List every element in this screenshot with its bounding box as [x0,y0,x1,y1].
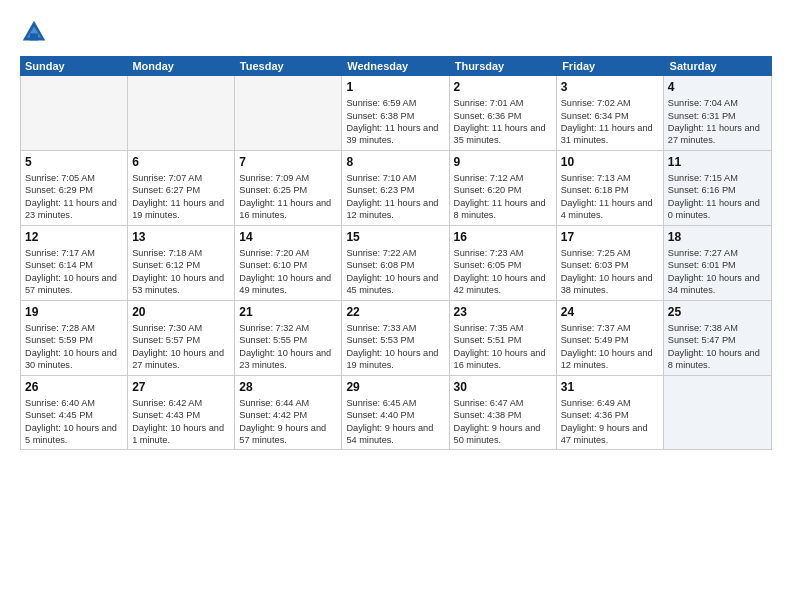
weekday-header-thursday: Thursday [450,56,557,76]
weekday-header-friday: Friday [557,56,664,76]
day-number: 24 [561,304,659,320]
cell-sunrise: Sunrise: 6:42 AM [132,398,202,408]
calendar-cell: 20Sunrise: 7:30 AMSunset: 5:57 PMDayligh… [128,301,235,375]
calendar-cell: 9Sunrise: 7:12 AMSunset: 6:20 PMDaylight… [450,151,557,225]
calendar-cell: 17Sunrise: 7:25 AMSunset: 6:03 PMDayligh… [557,226,664,300]
day-number: 29 [346,379,444,395]
cell-daylight: Daylight: 10 hours and 23 minutes. [239,348,331,370]
cell-daylight: Daylight: 11 hours and 12 minutes. [346,198,438,220]
calendar-cell: 25Sunrise: 7:38 AMSunset: 5:47 PMDayligh… [664,301,771,375]
calendar-cell: 4Sunrise: 7:04 AMSunset: 6:31 PMDaylight… [664,76,771,150]
cell-daylight: Daylight: 10 hours and 49 minutes. [239,273,331,295]
cell-sunrise: Sunrise: 6:47 AM [454,398,524,408]
day-number: 12 [25,229,123,245]
weekday-header-monday: Monday [127,56,234,76]
day-number: 26 [25,379,123,395]
cell-sunrise: Sunrise: 7:25 AM [561,248,631,258]
day-number: 28 [239,379,337,395]
calendar-cell: 26Sunrise: 6:40 AMSunset: 4:45 PMDayligh… [21,376,128,450]
cell-sunset: Sunset: 6:36 PM [454,111,522,121]
day-number: 14 [239,229,337,245]
day-number: 27 [132,379,230,395]
cell-sunrise: Sunrise: 7:35 AM [454,323,524,333]
cell-sunset: Sunset: 5:59 PM [25,335,93,345]
cell-daylight: Daylight: 11 hours and 35 minutes. [454,123,546,145]
weekday-header-sunday: Sunday [20,56,127,76]
cell-daylight: Daylight: 11 hours and 0 minutes. [668,198,760,220]
cell-sunset: Sunset: 6:01 PM [668,260,736,270]
calendar-cell: 11Sunrise: 7:15 AMSunset: 6:16 PMDayligh… [664,151,771,225]
page: SundayMondayTuesdayWednesdayThursdayFrid… [0,0,792,612]
cell-sunset: Sunset: 5:55 PM [239,335,307,345]
cell-daylight: Daylight: 9 hours and 47 minutes. [561,423,648,445]
cell-daylight: Daylight: 10 hours and 16 minutes. [454,348,546,370]
calendar-row-4: 19Sunrise: 7:28 AMSunset: 5:59 PMDayligh… [21,301,771,376]
day-number: 15 [346,229,444,245]
cell-sunrise: Sunrise: 7:09 AM [239,173,309,183]
calendar-cell: 12Sunrise: 7:17 AMSunset: 6:14 PMDayligh… [21,226,128,300]
cell-daylight: Daylight: 10 hours and 42 minutes. [454,273,546,295]
calendar-cell: 15Sunrise: 7:22 AMSunset: 6:08 PMDayligh… [342,226,449,300]
calendar-cell: 31Sunrise: 6:49 AMSunset: 4:36 PMDayligh… [557,376,664,450]
cell-sunset: Sunset: 6:08 PM [346,260,414,270]
cell-sunrise: Sunrise: 7:02 AM [561,98,631,108]
cell-sunrise: Sunrise: 7:12 AM [454,173,524,183]
day-number: 10 [561,154,659,170]
day-number: 1 [346,79,444,95]
cell-sunrise: Sunrise: 7:13 AM [561,173,631,183]
cell-sunrise: Sunrise: 7:30 AM [132,323,202,333]
cell-daylight: Daylight: 11 hours and 8 minutes. [454,198,546,220]
cell-sunset: Sunset: 5:57 PM [132,335,200,345]
cell-sunset: Sunset: 6:18 PM [561,185,629,195]
day-number: 22 [346,304,444,320]
cell-sunset: Sunset: 6:25 PM [239,185,307,195]
cell-sunset: Sunset: 5:53 PM [346,335,414,345]
cell-sunrise: Sunrise: 6:40 AM [25,398,95,408]
cell-sunrise: Sunrise: 7:04 AM [668,98,738,108]
cell-sunrise: Sunrise: 7:18 AM [132,248,202,258]
calendar-cell: 22Sunrise: 7:33 AMSunset: 5:53 PMDayligh… [342,301,449,375]
cell-daylight: Daylight: 9 hours and 50 minutes. [454,423,541,445]
cell-sunrise: Sunrise: 7:17 AM [25,248,95,258]
cell-sunset: Sunset: 4:38 PM [454,410,522,420]
cell-daylight: Daylight: 10 hours and 38 minutes. [561,273,653,295]
cell-sunset: Sunset: 6:14 PM [25,260,93,270]
calendar-row-2: 5Sunrise: 7:05 AMSunset: 6:29 PMDaylight… [21,151,771,226]
cell-sunset: Sunset: 6:12 PM [132,260,200,270]
calendar-cell [664,376,771,450]
logo [20,18,52,46]
weekday-header-wednesday: Wednesday [342,56,449,76]
cell-sunset: Sunset: 6:34 PM [561,111,629,121]
calendar-cell: 21Sunrise: 7:32 AMSunset: 5:55 PMDayligh… [235,301,342,375]
calendar-row-5: 26Sunrise: 6:40 AMSunset: 4:45 PMDayligh… [21,376,771,450]
cell-daylight: Daylight: 10 hours and 57 minutes. [25,273,117,295]
cell-sunset: Sunset: 4:43 PM [132,410,200,420]
logo-icon [20,18,48,46]
day-number: 23 [454,304,552,320]
calendar-cell [128,76,235,150]
day-number: 5 [25,154,123,170]
cell-sunset: Sunset: 4:40 PM [346,410,414,420]
day-number: 31 [561,379,659,395]
day-number: 8 [346,154,444,170]
calendar-cell [235,76,342,150]
cell-daylight: Daylight: 10 hours and 8 minutes. [668,348,760,370]
cell-sunset: Sunset: 6:38 PM [346,111,414,121]
calendar-cell: 5Sunrise: 7:05 AMSunset: 6:29 PMDaylight… [21,151,128,225]
calendar-cell: 14Sunrise: 7:20 AMSunset: 6:10 PMDayligh… [235,226,342,300]
cell-sunset: Sunset: 6:10 PM [239,260,307,270]
cell-sunrise: Sunrise: 7:10 AM [346,173,416,183]
cell-daylight: Daylight: 10 hours and 53 minutes. [132,273,224,295]
day-number: 9 [454,154,552,170]
cell-daylight: Daylight: 11 hours and 31 minutes. [561,123,653,145]
calendar-row-1: 1Sunrise: 6:59 AMSunset: 6:38 PMDaylight… [21,76,771,151]
day-number: 25 [668,304,767,320]
cell-sunset: Sunset: 6:05 PM [454,260,522,270]
cell-sunrise: Sunrise: 6:45 AM [346,398,416,408]
day-number: 16 [454,229,552,245]
cell-sunset: Sunset: 6:29 PM [25,185,93,195]
cell-sunrise: Sunrise: 7:05 AM [25,173,95,183]
calendar-cell: 16Sunrise: 7:23 AMSunset: 6:05 PMDayligh… [450,226,557,300]
cell-daylight: Daylight: 10 hours and 30 minutes. [25,348,117,370]
cell-daylight: Daylight: 11 hours and 19 minutes. [132,198,224,220]
